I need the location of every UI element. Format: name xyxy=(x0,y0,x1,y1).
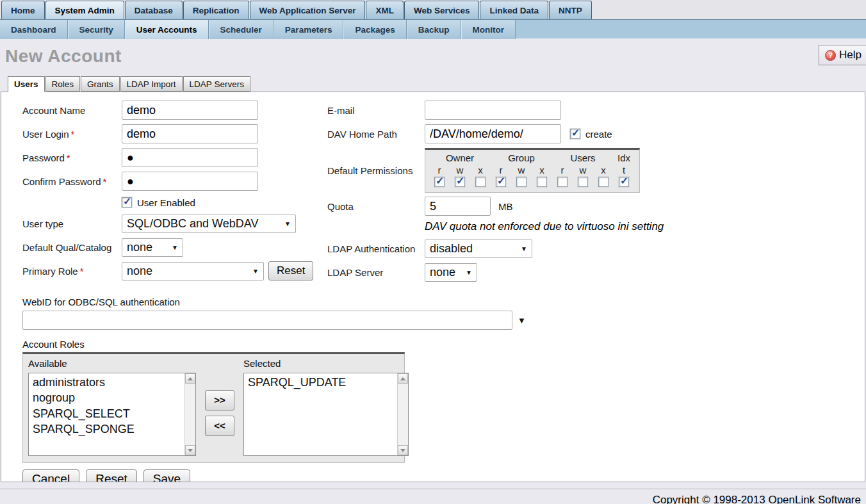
list-item[interactable]: SPARQL_SPONGE xyxy=(33,421,181,437)
required-asterisk: * xyxy=(67,152,70,163)
reset-button[interactable]: Reset xyxy=(86,469,137,482)
dav-home-path-input[interactable] xyxy=(425,124,561,143)
scroll-up-icon[interactable] xyxy=(398,373,408,384)
list-item[interactable]: administrators xyxy=(33,375,181,390)
primary-role-label: Primary Role* xyxy=(22,266,122,277)
perm-col-header: w xyxy=(580,165,587,175)
sub-navigation: Dashboard Security User Accounts Schedul… xyxy=(0,19,866,38)
primary-role-reset-button[interactable]: Reset xyxy=(268,261,313,280)
perm-col-header: x xyxy=(601,165,606,175)
tab-ldap-servers[interactable]: LDAP Servers xyxy=(183,76,250,92)
save-button[interactable]: Save xyxy=(143,469,190,482)
password-input[interactable] xyxy=(122,148,258,167)
email-label: E-mail xyxy=(327,105,425,116)
main-tab-home[interactable]: Home xyxy=(1,1,45,19)
sub-tab-dashboard[interactable]: Dashboard xyxy=(0,20,68,39)
perm-users-r-checkbox[interactable] xyxy=(557,177,568,187)
scroll-down-icon[interactable] xyxy=(398,445,408,455)
scroll-up-icon[interactable] xyxy=(185,373,195,384)
sub-tab-scheduler[interactable]: Scheduler xyxy=(209,20,274,39)
tab-users[interactable]: Users xyxy=(8,76,45,92)
sub-tab-parameters[interactable]: Parameters xyxy=(274,20,344,39)
scrollbar[interactable] xyxy=(397,373,408,455)
perm-owner-x-checkbox[interactable] xyxy=(475,177,486,187)
ldap-server-label: LDAP Server xyxy=(327,267,425,278)
main-tab-xml[interactable]: XML xyxy=(366,1,404,19)
perm-col-header: r xyxy=(438,165,441,175)
user-enabled-label: User Enabled xyxy=(137,197,195,208)
account-roles-box: Available administrators nogroup SPARQL_… xyxy=(22,352,405,463)
default-permissions-row: Default Permissions Owner Group Users Id… xyxy=(327,148,865,193)
selected-label: Selected xyxy=(243,358,409,369)
quota-input[interactable] xyxy=(425,197,491,216)
main-tab-web-services[interactable]: Web Services xyxy=(404,1,480,19)
sub-tab-monitor[interactable]: Monitor xyxy=(461,20,516,39)
webid-input[interactable] xyxy=(22,311,512,330)
webid-dropdown-icon[interactable]: ▼ xyxy=(518,316,526,325)
tab-roles[interactable]: Roles xyxy=(45,76,81,92)
sub-tab-user-accounts[interactable]: User Accounts xyxy=(125,20,209,39)
user-type-row: User type SQL/ODBC and WebDAV▼ xyxy=(22,214,327,233)
email-input[interactable] xyxy=(425,101,561,120)
perm-group-w-checkbox[interactable] xyxy=(516,177,527,187)
main-tab-nntp[interactable]: NNTP xyxy=(549,1,592,19)
main-tab-web-application-server[interactable]: Web Application Server xyxy=(250,1,366,19)
perm-col-header: t xyxy=(623,165,625,175)
perm-owner-r-checkbox[interactable] xyxy=(434,177,445,187)
account-name-input[interactable] xyxy=(122,101,258,120)
tab-ldap-import[interactable]: LDAP Import xyxy=(120,76,183,92)
help-question-icon: ? xyxy=(825,50,836,61)
default-qual-select[interactable]: none▼ xyxy=(122,238,183,257)
title-band: New Account ? Help xyxy=(0,38,866,76)
primary-role-select[interactable]: none▼ xyxy=(122,262,264,280)
webid-label: WebID for ODBC/SQL authentication xyxy=(22,297,865,307)
list-item[interactable]: SPARQL_SELECT xyxy=(33,406,181,421)
perm-group-x-checkbox[interactable] xyxy=(537,177,547,187)
ldap-auth-select[interactable]: disabled▼ xyxy=(425,240,532,258)
main-tab-linked-data[interactable]: Linked Data xyxy=(480,1,548,19)
main-tab-replication[interactable]: Replication xyxy=(183,1,249,19)
perm-users-x-checkbox[interactable] xyxy=(598,177,609,187)
main-tab-database[interactable]: Database xyxy=(125,1,183,19)
main-tab-system-admin[interactable]: System Admin xyxy=(45,1,124,19)
cancel-button[interactable]: Cancel xyxy=(22,469,79,482)
list-item[interactable]: SPARQL_UPDATE xyxy=(248,375,393,390)
user-login-input[interactable] xyxy=(122,124,258,143)
move-right-button[interactable]: >> xyxy=(205,390,234,411)
list-item[interactable]: nogroup xyxy=(33,390,181,405)
perm-users-w-checkbox[interactable] xyxy=(578,177,588,187)
perm-group-group: Group xyxy=(508,152,535,163)
perm-owner-w-checkbox[interactable] xyxy=(455,177,465,187)
dav-home-path-row: DAV Home Path create xyxy=(327,124,865,143)
available-roles-listbox[interactable]: administrators nogroup SPARQL_SELECT SPA… xyxy=(28,373,196,456)
perm-col-header: w xyxy=(518,165,525,175)
sub-tab-packages[interactable]: Packages xyxy=(343,20,406,39)
dav-create-checkbox[interactable] xyxy=(570,129,580,139)
scrollbar[interactable] xyxy=(184,373,195,455)
ldap-server-select[interactable]: none▼ xyxy=(425,263,477,282)
chevron-down-icon: ▼ xyxy=(284,220,291,227)
confirm-password-input[interactable] xyxy=(122,172,258,191)
user-enabled-checkbox[interactable] xyxy=(122,197,132,207)
available-label: Available xyxy=(28,358,196,369)
quota-label: Quota xyxy=(327,201,425,212)
tab-grants[interactable]: Grants xyxy=(81,76,120,92)
form-actions: Cancel Reset Save xyxy=(22,469,865,482)
perm-col-header: r xyxy=(561,165,564,175)
selected-roles-column: Selected SPARQL_UPDATE xyxy=(243,358,409,456)
perm-col-header: x xyxy=(478,165,483,175)
page-title: New Account xyxy=(5,46,122,67)
help-button-label: Help xyxy=(839,49,862,61)
perm-idx-t-checkbox[interactable] xyxy=(619,177,629,187)
move-left-button[interactable]: << xyxy=(205,416,234,436)
quota-row: Quota MB xyxy=(327,197,865,216)
sub-tab-backup[interactable]: Backup xyxy=(407,20,461,39)
scroll-down-icon[interactable] xyxy=(185,445,195,455)
perm-group-r-checkbox[interactable] xyxy=(496,177,506,187)
chevron-down-icon: ▼ xyxy=(252,268,259,275)
user-type-select[interactable]: SQL/ODBC and WebDAV▼ xyxy=(122,215,296,233)
sub-tab-security[interactable]: Security xyxy=(68,20,125,39)
perm-group-owner: Owner xyxy=(446,152,474,163)
help-button[interactable]: ? Help xyxy=(819,45,866,65)
selected-roles-listbox[interactable]: SPARQL_UPDATE xyxy=(243,373,409,456)
